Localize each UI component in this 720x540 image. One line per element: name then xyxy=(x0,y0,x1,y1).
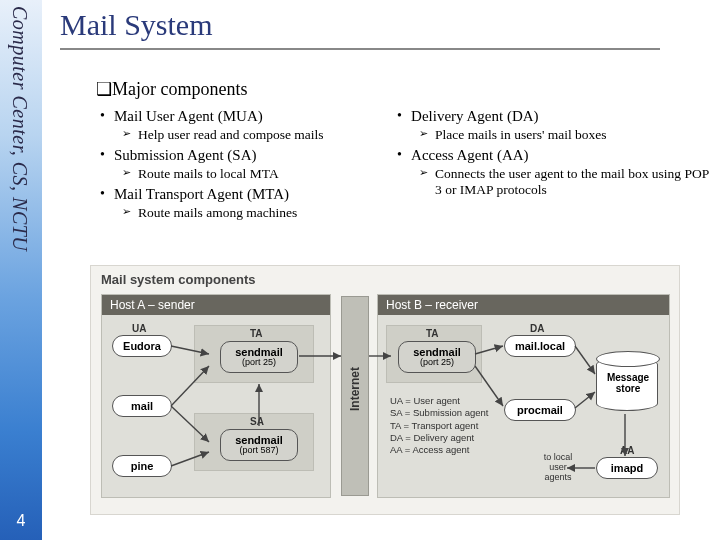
ua-box: pine xyxy=(112,455,172,477)
role-sa: SA xyxy=(250,416,264,427)
title-rule xyxy=(60,48,660,50)
list-item: Mail User Agent (MUA) Help user read and… xyxy=(96,108,393,143)
bullet-square-icon: ❑ xyxy=(96,79,112,99)
ta-box-b: sendmail (port 25) xyxy=(398,341,476,373)
legend-line: DA = Delivery agent xyxy=(390,432,489,444)
store-label: Message store xyxy=(597,372,659,394)
item-label: Mail Transport Agent (MTA) xyxy=(114,186,289,202)
sa-box: sendmail (port 587) xyxy=(220,429,298,461)
column-right: Delivery Agent (DA) Place mails in users… xyxy=(393,104,710,221)
legend-line: SA = Submission agent xyxy=(390,407,489,419)
role-ta: TA xyxy=(250,328,263,339)
da-box: mail.local xyxy=(504,335,576,357)
legend-line: UA = User agent xyxy=(390,395,489,407)
role-aa: AA xyxy=(620,445,634,456)
section-heading-text: Major components xyxy=(112,79,247,99)
host-a: Host A – sender UA Eudora mail pine TA s… xyxy=(101,294,331,498)
aa-box: imapd xyxy=(596,457,658,479)
sub-item: Place mails in users' mail boxes xyxy=(411,127,710,143)
list-item: Access Agent (AA) Connects the user agen… xyxy=(393,147,710,198)
sidebar-org: Computer Center, CS, NCTU xyxy=(0,0,31,251)
tab-port: (port 25) xyxy=(399,358,475,368)
diagram: Mail system components Host A – sender U… xyxy=(90,265,680,515)
sidebar: Computer Center, CS, NCTU 4 xyxy=(0,0,42,540)
role-da: DA xyxy=(530,323,544,334)
ta-box: sendmail (port 25) xyxy=(220,341,298,373)
diagram-title: Mail system components xyxy=(101,272,256,287)
column-left: Mail User Agent (MUA) Help user read and… xyxy=(96,104,393,221)
role-ua: UA xyxy=(132,323,146,334)
columns: Mail User Agent (MUA) Help user read and… xyxy=(96,104,710,221)
sub-item: Help user read and compose mails xyxy=(114,127,393,143)
message-store-cylinder: Message store xyxy=(596,357,658,411)
sub-item: Route mails to local MTA xyxy=(114,166,393,182)
section: ❑Major components Mail User Agent (MUA) … xyxy=(96,78,710,221)
sub-item: Connects the user agent to the mail box … xyxy=(411,166,710,198)
list-item: Submission Agent (SA) Route mails to loc… xyxy=(96,147,393,182)
internet-band: Internet xyxy=(341,296,369,496)
host-a-title: Host A – sender xyxy=(102,295,330,315)
list-item: Delivery Agent (DA) Place mails in users… xyxy=(393,108,710,143)
da-box: procmail xyxy=(504,399,576,421)
role-ta-b: TA xyxy=(426,328,439,339)
ua-box: mail xyxy=(112,395,172,417)
list-item: Mail Transport Agent (MTA) Route mails a… xyxy=(96,186,393,221)
ua-box: Eudora xyxy=(112,335,172,357)
legend: UA = User agent SA = Submission agent TA… xyxy=(390,395,489,457)
page-title: Mail System xyxy=(60,8,710,42)
item-label: Delivery Agent (DA) xyxy=(411,108,538,124)
sa-port: (port 587) xyxy=(221,446,297,456)
host-b: Host B – receiver TA sendmail (port 25) … xyxy=(377,294,670,498)
legend-line: TA = Transport agent xyxy=(390,420,489,432)
internet-label: Internet xyxy=(348,367,362,411)
sub-item: Route mails among machines xyxy=(114,205,393,221)
item-label: Access Agent (AA) xyxy=(411,147,528,163)
item-label: Mail User Agent (MUA) xyxy=(114,108,263,124)
host-b-title: Host B – receiver xyxy=(378,295,669,315)
ta-port: (port 25) xyxy=(221,358,297,368)
section-heading: ❑Major components xyxy=(96,78,710,100)
to-local-label: to local user agents xyxy=(536,453,580,483)
legend-line: AA = Access agent xyxy=(390,444,489,456)
item-label: Submission Agent (SA) xyxy=(114,147,257,163)
slide-number: 4 xyxy=(0,512,42,530)
content-area: Mail System ❑Major components Mail User … xyxy=(60,8,710,221)
